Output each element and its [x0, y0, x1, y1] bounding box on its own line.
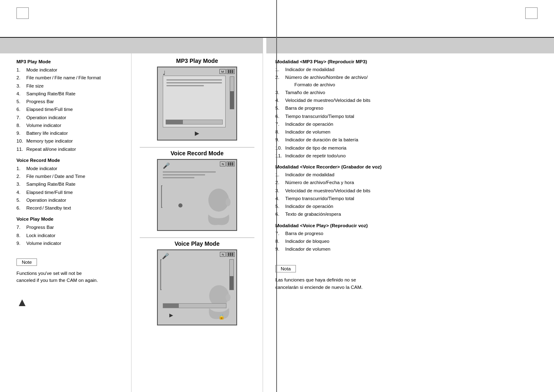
mp3-play-button-icon: ▶ — [195, 130, 199, 136]
list-text: Volume indicator — [26, 240, 61, 247]
list-num: 7. — [16, 114, 26, 121]
list-text: Volume indicator — [26, 122, 61, 129]
list-num: 10. — [16, 138, 26, 145]
voice-play-diagram-title: Voice Play Mode — [140, 240, 254, 247]
svg-point-0 — [208, 189, 229, 212]
list-item: 5.Indicador de operación — [275, 203, 546, 210]
right-mp3-list: 1.Indicador de modalidad 2.Número de arc… — [275, 66, 546, 159]
voice-play-diagram: Voice Play Mode 🎤 N — [140, 240, 254, 325]
list-item: 2.File number / Date and Time — [16, 173, 123, 180]
list-num: 11. — [16, 146, 26, 153]
list-item: 6.Texto de grabación/espera — [275, 211, 546, 218]
list-num: 3. — [16, 83, 26, 90]
right-vp-list: 7.Barra de progreso 8.Indicador de bloqu… — [275, 230, 546, 253]
list-num: 5. — [16, 197, 26, 204]
list-item: 2.File number / File name / File format — [16, 74, 123, 81]
mp3-status-icons: M — [219, 69, 235, 74]
list-text: Mode indicator — [26, 165, 57, 172]
grey-header-right — [266, 38, 554, 53]
list-text: Record / Standby text — [26, 205, 71, 212]
list-text: Número de archivo/Fecha y hora — [285, 179, 354, 186]
page-container: MP3 Play Mode 1.Mode indicator 2.File nu… — [0, 0, 554, 392]
mp3-line2 — [166, 82, 222, 83]
list-item: 4.Sampling Rate/Bit Rate — [16, 90, 123, 97]
vr-bracket-left — [161, 185, 162, 208]
note-label-left: Note — [16, 258, 37, 266]
list-item: 8.Indicador de bloqueo — [275, 238, 546, 245]
list-text: Operation indicator — [26, 114, 66, 121]
mp3-progress-bar — [166, 120, 223, 125]
svg-point-1 — [226, 198, 231, 206]
list-text: Indicador de duración de la batería — [285, 136, 358, 143]
list-num: 6. — [16, 205, 26, 212]
list-num: 8. — [16, 232, 26, 239]
list-item: 10.Memory type indicator — [16, 138, 123, 145]
mp3-play-diagram: MP3 Play Mode ♩ M — [140, 58, 254, 141]
vr-line2 — [163, 174, 205, 175]
list-item: 5.Progress Bar — [16, 98, 123, 105]
list-item: 8.Indicador de volumen — [275, 129, 546, 136]
list-text: Indicador de bloqueo — [285, 238, 329, 245]
list-text: Lock indicator — [26, 232, 55, 239]
vr-record-dot — [178, 203, 182, 208]
list-text: Mode indicator — [26, 67, 57, 74]
list-text: Repeat all/one indicator — [26, 146, 76, 153]
list-item: 1.Indicador de modalidad — [275, 171, 546, 178]
list-item: 6.Record / Standby text — [16, 205, 123, 212]
diagram-divider-1 — [140, 147, 254, 148]
list-item: 5.Barra de progreso — [275, 105, 546, 112]
mp3-memory-icon: M — [219, 69, 226, 74]
list-text: Tiempo transcurrido/Tiempo total — [285, 195, 354, 202]
vp-play-button-icon: ▶ — [169, 312, 173, 318]
note-text-right: Las funciones que haya definido no secan… — [275, 277, 546, 291]
list-text: Progress Bar — [26, 98, 54, 105]
list-text: File number / File name / File format — [26, 74, 101, 81]
svg-point-3 — [226, 294, 231, 301]
list-item: 3.File size — [16, 83, 123, 90]
voice-record-mic-icon: 🎤 — [163, 162, 170, 169]
mp3-line1 — [166, 79, 222, 81]
list-text: Texto de grabación/espera — [285, 211, 341, 218]
voice-play-mode-title-left: Voice Play Mode — [16, 217, 123, 221]
vp-memory-icon: N — [220, 252, 226, 257]
mp3-volume-fill — [230, 91, 234, 109]
vr-battery-icon — [226, 161, 235, 166]
list-num: 5. — [16, 98, 26, 105]
voice-play-screen: 🎤 N — [157, 249, 237, 325]
list-num: 2. — [16, 74, 26, 81]
list-text: Tamaño de archivo — [285, 89, 325, 96]
list-item: 6.Elapsed time/Full time — [16, 106, 123, 113]
list-text: Sampling Rate/Bit Rate — [26, 90, 76, 97]
right-vp-title: Modalidad <Voice Play> (Reproducir voz) — [275, 223, 546, 228]
list-text: Velocidad de muestreo/Velocidad de bits — [285, 187, 370, 194]
list-item: 3.Sampling Rate/Bit Rate — [16, 181, 123, 188]
vp-battery-icon — [226, 252, 235, 257]
list-num: 2. — [16, 173, 26, 180]
list-num: 9. — [16, 130, 26, 137]
vp-status-icons: N — [220, 252, 235, 257]
list-item: 8.Volume indicator — [16, 122, 123, 129]
list-item: 1.Mode indicator — [16, 67, 123, 74]
list-item: 11.Repeat all/one indicator — [16, 146, 123, 153]
header-box-left — [16, 7, 29, 19]
list-num: 9. — [16, 240, 26, 247]
list-text: Indicador de modalidad — [285, 171, 335, 178]
grey-header-gap — [263, 38, 266, 53]
center-column: MP3 Play Mode ♩ M — [132, 53, 263, 392]
mp3-line3 — [166, 85, 204, 86]
list-num: 8. — [16, 122, 26, 129]
vr-line1 — [163, 171, 216, 173]
list-item: 2.Número de archivo/Nombre de archivo/ F… — [275, 74, 546, 88]
list-item: 9.Battery life indicator — [16, 130, 123, 137]
list-item: 1.Indicador de modalidad — [275, 66, 546, 73]
list-item: 10.Indicador de tipo de memoria — [275, 145, 546, 152]
list-text: Indicador de operación — [285, 121, 333, 128]
voice-record-diagram-title: Voice Record Mode — [140, 150, 254, 157]
list-text: Sampling Rate/Bit Rate — [26, 181, 76, 188]
main-content: MP3 Play Mode 1.Mode indicator 2.File nu… — [0, 53, 554, 392]
list-item: 3.Velocidad de muestreo/Velocidad de bit… — [275, 187, 546, 194]
list-item: 11.Indicador de repetir todo/uno — [275, 152, 546, 159]
mp3-music-note-icon: ♩ — [163, 69, 166, 76]
grey-header-left — [0, 38, 263, 53]
voice-record-mode-list: 1.Mode indicator 2.File number / Date an… — [16, 165, 123, 212]
